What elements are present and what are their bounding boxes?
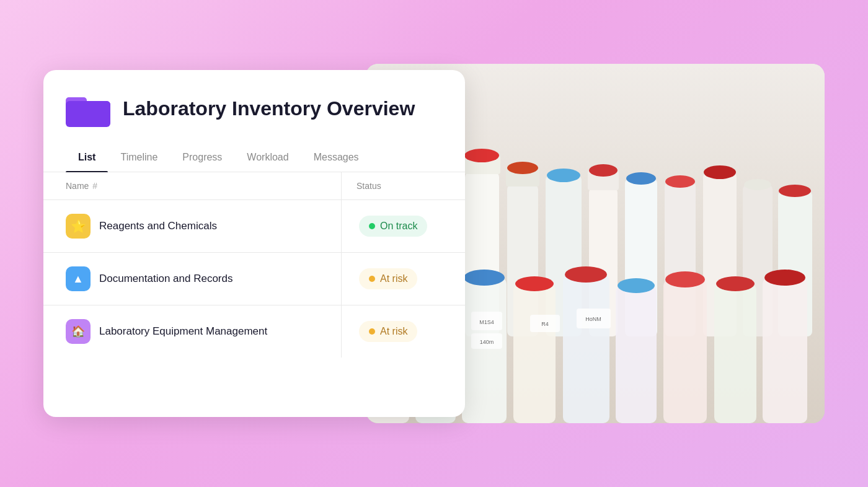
svg-point-42 bbox=[665, 271, 705, 287]
table-row[interactable]: ▲ Documentation and Records At risk bbox=[43, 253, 465, 305]
inventory-table: Name # Status ⭐ Reagents and Chemicals bbox=[43, 172, 465, 358]
svg-point-22 bbox=[665, 175, 695, 188]
svg-rect-37 bbox=[563, 274, 609, 423]
hash-icon: # bbox=[92, 181, 97, 191]
status-column-label: Status bbox=[356, 181, 381, 191]
svg-point-26 bbox=[744, 179, 771, 190]
background-wrapper: M1S4 140m R4 HoNM Laboratory Inventory O… bbox=[43, 33, 825, 454]
svg-point-18 bbox=[589, 164, 618, 177]
svg-point-20 bbox=[626, 172, 656, 185]
folder-icon bbox=[66, 90, 110, 127]
row-icon-equipment: 🏠 bbox=[66, 319, 91, 344]
td-name-1: ⭐ Reagents and Chemicals bbox=[43, 200, 341, 252]
svg-text:M1S4: M1S4 bbox=[479, 319, 494, 325]
star-icon: ⭐ bbox=[71, 219, 86, 234]
th-status: Status bbox=[341, 172, 465, 200]
row-name-1: Reagents and Chemicals bbox=[99, 220, 217, 232]
status-badge-ontrack: On track bbox=[359, 216, 427, 237]
svg-rect-33 bbox=[462, 278, 507, 423]
td-name-3: 🏠 Laboratory Equipment Management bbox=[43, 305, 341, 358]
td-name-2: ▲ Documentation and Records bbox=[43, 253, 341, 305]
svg-rect-39 bbox=[616, 286, 657, 423]
card-header: Laboratory Inventory Overview bbox=[43, 90, 465, 144]
svg-text:HoNM: HoNM bbox=[585, 316, 601, 322]
svg-point-46 bbox=[764, 270, 805, 286]
row-icon-reagents: ⭐ bbox=[66, 214, 91, 239]
svg-point-44 bbox=[716, 276, 755, 291]
svg-rect-35 bbox=[513, 284, 556, 423]
status-label-3: At risk bbox=[380, 326, 407, 337]
tab-list[interactable]: List bbox=[66, 144, 108, 172]
svg-point-24 bbox=[704, 165, 736, 179]
status-label-1: On track bbox=[380, 221, 417, 232]
svg-point-10 bbox=[464, 149, 499, 162]
svg-point-36 bbox=[515, 276, 554, 291]
td-status-1: On track bbox=[341, 200, 465, 252]
status-dot-yellow-1 bbox=[369, 276, 375, 282]
main-card: Laboratory Inventory Overview List Timel… bbox=[43, 70, 465, 417]
td-status-2: At risk bbox=[341, 253, 465, 305]
status-badge-atrisk-2: At risk bbox=[359, 321, 417, 342]
table-row[interactable]: ⭐ Reagents and Chemicals On track bbox=[43, 200, 465, 253]
row-icon-docs: ▲ bbox=[66, 266, 91, 291]
tab-messages[interactable]: Messages bbox=[301, 144, 371, 172]
row-name-2: Documentation and Records bbox=[99, 273, 232, 285]
status-badge-atrisk-1: At risk bbox=[359, 268, 417, 289]
row-name-3: Laboratory Equipment Management bbox=[99, 325, 267, 338]
status-dot-yellow-2 bbox=[369, 328, 375, 335]
svg-rect-57 bbox=[66, 101, 110, 125]
table-row[interactable]: 🏠 Laboratory Equipment Management At ris… bbox=[43, 305, 465, 358]
svg-point-34 bbox=[464, 270, 505, 286]
svg-rect-45 bbox=[763, 278, 807, 423]
tabs-nav: List Timeline Progress Workload Messages bbox=[43, 144, 465, 172]
project-title: Laboratory Inventory Overview bbox=[123, 97, 415, 120]
svg-rect-41 bbox=[663, 279, 707, 423]
svg-text:140m: 140m bbox=[480, 339, 494, 345]
name-column-label: Name bbox=[66, 181, 89, 191]
table-header: Name # Status bbox=[43, 172, 465, 200]
status-dot-green bbox=[369, 223, 375, 229]
tab-timeline[interactable]: Timeline bbox=[108, 144, 170, 172]
svg-point-28 bbox=[779, 185, 811, 197]
house-icon: 🏠 bbox=[71, 325, 85, 338]
svg-point-15 bbox=[547, 169, 580, 182]
th-name: Name # bbox=[43, 172, 341, 200]
triangle-icon: ▲ bbox=[73, 273, 84, 286]
svg-point-13 bbox=[507, 162, 538, 174]
svg-point-38 bbox=[565, 266, 607, 283]
td-status-3: At risk bbox=[341, 305, 465, 358]
tab-workload[interactable]: Workload bbox=[234, 144, 301, 172]
tab-progress[interactable]: Progress bbox=[170, 144, 234, 172]
svg-text:R4: R4 bbox=[541, 321, 549, 327]
status-label-2: At risk bbox=[380, 273, 407, 284]
svg-rect-43 bbox=[714, 284, 756, 423]
svg-point-40 bbox=[618, 278, 655, 293]
